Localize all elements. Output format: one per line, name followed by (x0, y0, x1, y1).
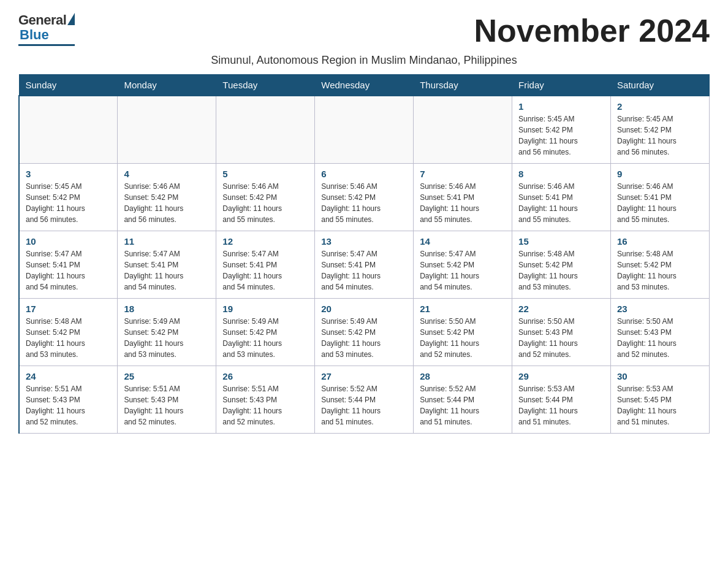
day-info: Sunrise: 5:52 AM Sunset: 5:44 PM Dayligh… (420, 383, 506, 427)
page-title: November 2024 (474, 12, 710, 49)
day-info: Sunrise: 5:45 AM Sunset: 5:42 PM Dayligh… (617, 113, 703, 158)
logo-general-text: General (18, 12, 66, 28)
day-number: 23 (617, 304, 703, 314)
day-number: 19 (222, 304, 308, 314)
day-info: Sunrise: 5:48 AM Sunset: 5:42 PM Dayligh… (617, 248, 703, 293)
calendar-cell: 29Sunrise: 5:53 AM Sunset: 5:44 PM Dayli… (512, 366, 611, 433)
day-info: Sunrise: 5:53 AM Sunset: 5:44 PM Dayligh… (518, 383, 604, 427)
calendar-cell: 28Sunrise: 5:52 AM Sunset: 5:44 PM Dayli… (414, 366, 512, 433)
day-number: 3 (26, 169, 111, 179)
header-day-friday: Friday (512, 75, 611, 96)
day-number: 17 (26, 304, 111, 314)
subtitle: Simunul, Autonomous Region in Muslim Min… (18, 54, 710, 67)
header: General Blue November 2024 (18, 12, 710, 49)
day-number: 14 (420, 236, 506, 247)
calendar-cell (118, 96, 216, 163)
day-number: 7 (420, 169, 506, 179)
header-day-tuesday: Tuesday (216, 75, 315, 96)
header-day-sunday: Sunday (19, 75, 118, 96)
calendar-cell: 14Sunrise: 5:47 AM Sunset: 5:42 PM Dayli… (414, 231, 512, 298)
calendar-cell: 20Sunrise: 5:49 AM Sunset: 5:42 PM Dayli… (315, 298, 414, 366)
day-number: 22 (518, 304, 604, 314)
header-day-monday: Monday (118, 75, 216, 96)
calendar-cell: 5Sunrise: 5:46 AM Sunset: 5:42 PM Daylig… (216, 163, 315, 231)
calendar-cell: 8Sunrise: 5:46 AM Sunset: 5:41 PM Daylig… (512, 163, 611, 231)
day-info: Sunrise: 5:50 AM Sunset: 5:43 PM Dayligh… (518, 316, 604, 360)
day-info: Sunrise: 5:45 AM Sunset: 5:42 PM Dayligh… (26, 181, 111, 225)
calendar-cell: 27Sunrise: 5:52 AM Sunset: 5:44 PM Dayli… (315, 366, 414, 433)
day-info: Sunrise: 5:46 AM Sunset: 5:41 PM Dayligh… (518, 181, 604, 225)
calendar-week-row: 24Sunrise: 5:51 AM Sunset: 5:43 PM Dayli… (19, 366, 710, 433)
day-number: 28 (420, 371, 506, 381)
calendar-cell: 6Sunrise: 5:46 AM Sunset: 5:42 PM Daylig… (315, 163, 414, 231)
day-number: 12 (222, 236, 308, 247)
day-info: Sunrise: 5:49 AM Sunset: 5:42 PM Dayligh… (124, 316, 210, 360)
day-number: 6 (321, 169, 407, 179)
day-number: 24 (26, 371, 111, 381)
logo-triangle-icon (67, 13, 75, 25)
calendar-cell: 21Sunrise: 5:50 AM Sunset: 5:42 PM Dayli… (414, 298, 512, 366)
calendar-cell: 9Sunrise: 5:46 AM Sunset: 5:41 PM Daylig… (611, 163, 710, 231)
calendar-cell (19, 96, 118, 163)
day-info: Sunrise: 5:51 AM Sunset: 5:43 PM Dayligh… (222, 383, 308, 427)
calendar-cell: 1Sunrise: 5:45 AM Sunset: 5:42 PM Daylig… (512, 96, 611, 163)
day-info: Sunrise: 5:46 AM Sunset: 5:41 PM Dayligh… (420, 181, 506, 225)
calendar-cell: 17Sunrise: 5:48 AM Sunset: 5:42 PM Dayli… (19, 298, 118, 366)
day-info: Sunrise: 5:48 AM Sunset: 5:42 PM Dayligh… (26, 316, 111, 360)
day-info: Sunrise: 5:45 AM Sunset: 5:42 PM Dayligh… (518, 113, 604, 158)
calendar-cell (315, 96, 414, 163)
calendar-week-row: 17Sunrise: 5:48 AM Sunset: 5:42 PM Dayli… (19, 298, 710, 366)
calendar-cell: 12Sunrise: 5:47 AM Sunset: 5:41 PM Dayli… (216, 231, 315, 298)
day-number: 1 (518, 101, 604, 112)
day-info: Sunrise: 5:51 AM Sunset: 5:43 PM Dayligh… (26, 383, 111, 427)
day-info: Sunrise: 5:47 AM Sunset: 5:41 PM Dayligh… (321, 248, 407, 293)
calendar-cell: 18Sunrise: 5:49 AM Sunset: 5:42 PM Dayli… (118, 298, 216, 366)
calendar-cell: 23Sunrise: 5:50 AM Sunset: 5:43 PM Dayli… (611, 298, 710, 366)
day-number: 5 (222, 169, 308, 179)
day-info: Sunrise: 5:46 AM Sunset: 5:42 PM Dayligh… (222, 181, 308, 225)
calendar-week-row: 1Sunrise: 5:45 AM Sunset: 5:42 PM Daylig… (19, 96, 710, 163)
header-day-wednesday: Wednesday (315, 75, 414, 96)
calendar-cell: 10Sunrise: 5:47 AM Sunset: 5:41 PM Dayli… (19, 231, 118, 298)
day-number: 20 (321, 304, 407, 314)
day-info: Sunrise: 5:51 AM Sunset: 5:43 PM Dayligh… (124, 383, 210, 427)
day-info: Sunrise: 5:47 AM Sunset: 5:41 PM Dayligh… (124, 248, 210, 293)
calendar-header-row: SundayMondayTuesdayWednesdayThursdayFrid… (19, 75, 710, 96)
day-number: 21 (420, 304, 506, 314)
day-number: 4 (124, 169, 210, 179)
day-info: Sunrise: 5:46 AM Sunset: 5:41 PM Dayligh… (617, 181, 703, 225)
header-day-thursday: Thursday (414, 75, 512, 96)
calendar-cell (216, 96, 315, 163)
calendar-cell: 11Sunrise: 5:47 AM Sunset: 5:41 PM Dayli… (118, 231, 216, 298)
day-number: 9 (617, 169, 703, 179)
calendar-cell: 13Sunrise: 5:47 AM Sunset: 5:41 PM Dayli… (315, 231, 414, 298)
day-info: Sunrise: 5:48 AM Sunset: 5:42 PM Dayligh… (518, 248, 604, 293)
day-number: 25 (124, 371, 210, 381)
calendar-cell: 16Sunrise: 5:48 AM Sunset: 5:42 PM Dayli… (611, 231, 710, 298)
calendar-week-row: 10Sunrise: 5:47 AM Sunset: 5:41 PM Dayli… (19, 231, 710, 298)
logo-blue-text: Blue (20, 27, 49, 43)
calendar-cell: 7Sunrise: 5:46 AM Sunset: 5:41 PM Daylig… (414, 163, 512, 231)
calendar-week-row: 3Sunrise: 5:45 AM Sunset: 5:42 PM Daylig… (19, 163, 710, 231)
day-info: Sunrise: 5:47 AM Sunset: 5:41 PM Dayligh… (222, 248, 308, 293)
calendar-cell: 30Sunrise: 5:53 AM Sunset: 5:45 PM Dayli… (611, 366, 710, 433)
logo-underline (18, 44, 75, 46)
day-info: Sunrise: 5:50 AM Sunset: 5:43 PM Dayligh… (617, 316, 703, 360)
calendar-cell: 25Sunrise: 5:51 AM Sunset: 5:43 PM Dayli… (118, 366, 216, 433)
day-info: Sunrise: 5:52 AM Sunset: 5:44 PM Dayligh… (321, 383, 407, 427)
calendar-cell: 3Sunrise: 5:45 AM Sunset: 5:42 PM Daylig… (19, 163, 118, 231)
day-number: 15 (518, 236, 604, 247)
header-day-saturday: Saturday (611, 75, 710, 96)
day-info: Sunrise: 5:47 AM Sunset: 5:42 PM Dayligh… (420, 248, 506, 293)
calendar-cell: 22Sunrise: 5:50 AM Sunset: 5:43 PM Dayli… (512, 298, 611, 366)
calendar-cell: 24Sunrise: 5:51 AM Sunset: 5:43 PM Dayli… (19, 366, 118, 433)
day-info: Sunrise: 5:46 AM Sunset: 5:42 PM Dayligh… (124, 181, 210, 225)
day-number: 26 (222, 371, 308, 381)
calendar-cell: 2Sunrise: 5:45 AM Sunset: 5:42 PM Daylig… (611, 96, 710, 163)
day-number: 16 (617, 236, 703, 247)
day-number: 10 (26, 236, 111, 247)
day-number: 27 (321, 371, 407, 381)
day-number: 11 (124, 236, 210, 247)
day-info: Sunrise: 5:47 AM Sunset: 5:41 PM Dayligh… (26, 248, 111, 293)
calendar-table: SundayMondayTuesdayWednesdayThursdayFrid… (18, 74, 710, 434)
